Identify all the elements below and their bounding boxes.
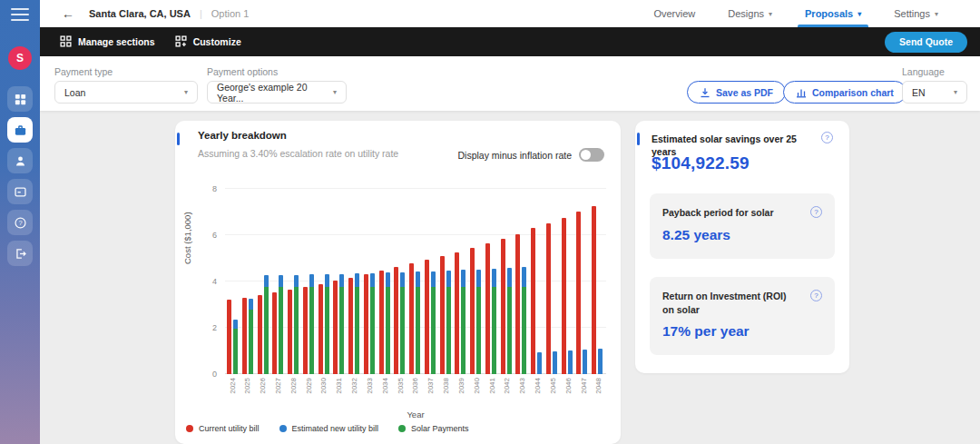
payback-value: 8.25 years <box>662 227 822 243</box>
toggle-knob <box>581 150 591 160</box>
current-utility-bar <box>409 263 414 374</box>
current-utility-bar <box>379 271 384 374</box>
payback-period-card: Payback period for solar ? 8.25 years <box>650 193 835 259</box>
solar-payment-segment <box>476 287 481 374</box>
inflation-toggle-label: Display minus inflation rate <box>458 150 572 161</box>
help-icon[interactable]: ? <box>821 132 833 143</box>
bar-group-2035 <box>394 267 405 374</box>
payment-options-select[interactable]: George's example 20 Year... ▾ <box>207 81 347 104</box>
new-utility-segment <box>355 273 359 287</box>
new-utility-segment <box>233 320 238 329</box>
bar-chart-icon <box>796 87 807 98</box>
y-axis-title: Cost ($1,000) <box>182 212 192 264</box>
x-tick-label: 2041 <box>486 378 497 394</box>
projects-briefcase-icon[interactable] <box>7 117 33 143</box>
solar-proposal-app: S ? ← Santa Clara, CA, USA | <box>0 0 980 444</box>
x-tick-label: 2034 <box>379 378 390 394</box>
bar-group-2043 <box>515 234 526 374</box>
new-utility-segment <box>294 275 299 287</box>
new-utility-segment <box>325 274 329 287</box>
with-solar-stacked-bar <box>476 270 481 374</box>
accent-bar <box>637 133 640 145</box>
legend-dot-icon <box>398 425 406 432</box>
bar-group-2047 <box>576 212 587 374</box>
new-utility-segment <box>386 272 390 287</box>
chevron-down-icon: ▾ <box>954 88 957 96</box>
payment-type-select[interactable]: Loan ▾ <box>54 81 198 104</box>
nav-tab-label: Designs <box>728 8 764 19</box>
current-utility-bar <box>440 256 445 374</box>
x-axis-tick-labels: 2024202520262027202820292030203120322033… <box>227 378 604 394</box>
new-utility-segment <box>507 268 512 287</box>
bar-group-2042 <box>501 239 512 374</box>
legend-dot-icon <box>279 425 287 432</box>
nav-tab-overview[interactable]: Overview <box>637 0 711 27</box>
new-utility-segment <box>446 271 451 287</box>
contacts-person-icon[interactable] <box>7 148 33 173</box>
sign-out-icon[interactable] <box>7 241 33 266</box>
legend-dot-icon <box>186 425 193 432</box>
comparison-chart-button[interactable]: Comparison chart <box>783 81 906 104</box>
bar-groups <box>227 189 603 374</box>
with-solar-stacked-bar <box>431 271 436 374</box>
customize-button[interactable]: Customize <box>175 35 241 49</box>
new-utility-segment <box>537 352 542 374</box>
legend-label: Current utility bill <box>199 424 260 433</box>
x-tick-label: 2048 <box>593 378 604 394</box>
new-utility-segment <box>309 274 314 287</box>
with-solar-stacked-bar <box>598 349 603 374</box>
send-quote-button[interactable]: Send Quote <box>885 32 967 53</box>
with-solar-stacked-bar <box>325 274 329 374</box>
help-icon[interactable]: ? <box>810 206 822 218</box>
new-utility-segment <box>522 267 526 287</box>
solar-payment-segment <box>279 287 283 374</box>
help-circle-icon[interactable]: ? <box>7 210 33 235</box>
new-utility-segment <box>583 350 587 374</box>
with-solar-stacked-bar <box>507 268 512 374</box>
current-utility-bar <box>592 206 596 374</box>
solar-payment-segment <box>264 287 269 374</box>
inflation-toggle[interactable] <box>579 148 604 162</box>
legend-item: Estimated new utility bill <box>279 424 379 433</box>
solar-payment-segment <box>446 287 451 374</box>
current-utility-bar <box>318 284 323 374</box>
y-tick-label: 0 <box>212 370 217 379</box>
with-solar-stacked-bar <box>492 269 496 374</box>
solar-payment-segment <box>431 287 436 374</box>
hamburger-menu-icon[interactable] <box>11 8 29 21</box>
manage-sections-button[interactable]: Manage sections <box>60 35 155 49</box>
save-as-pdf-button[interactable]: Save as PDF <box>687 81 786 104</box>
language-select[interactable]: EN ▾ <box>902 81 967 104</box>
bar-chart-plot <box>225 189 606 374</box>
bar-group-2030 <box>318 274 329 374</box>
current-utility-bar <box>288 290 292 374</box>
bar-group-2046 <box>562 218 573 374</box>
solar-payment-segment <box>249 310 253 374</box>
solar-payment-segment <box>309 287 314 374</box>
with-solar-stacked-bar <box>355 273 359 374</box>
bar-group-2027 <box>272 275 283 374</box>
dashboard-grid-icon[interactable] <box>7 86 33 112</box>
nav-tab-label: Overview <box>653 8 695 19</box>
top-nav: OverviewDesigns▾Proposals▾Settings▾ <box>637 0 955 27</box>
legend-label: Solar Payments <box>411 424 469 433</box>
nav-tab-designs[interactable]: Designs▾ <box>711 0 789 27</box>
back-arrow-icon[interactable]: ← <box>62 7 74 20</box>
bar-group-2045 <box>546 223 557 374</box>
content-area: Yearly breakdown Assuming a 3.40% escala… <box>40 111 980 444</box>
current-utility-bar <box>531 228 535 374</box>
avatar[interactable]: S <box>8 46 32 70</box>
current-utility-bar <box>333 281 338 374</box>
help-icon[interactable]: ? <box>810 290 822 301</box>
nav-tab-proposals[interactable]: Proposals▾ <box>789 0 877 27</box>
with-solar-stacked-bar <box>249 299 253 374</box>
x-tick-label: 2047 <box>578 378 589 394</box>
chart-subtitle: Assuming a 3.40% escalation rate on util… <box>198 148 398 159</box>
billing-card-icon[interactable] <box>7 179 33 204</box>
y-tick-label: 6 <box>212 231 217 240</box>
with-solar-stacked-bar <box>400 272 405 374</box>
with-solar-stacked-bar <box>309 274 314 374</box>
payment-type-label: Payment type <box>54 66 113 77</box>
new-utility-segment <box>461 270 466 287</box>
nav-tab-settings[interactable]: Settings▾ <box>877 0 955 27</box>
